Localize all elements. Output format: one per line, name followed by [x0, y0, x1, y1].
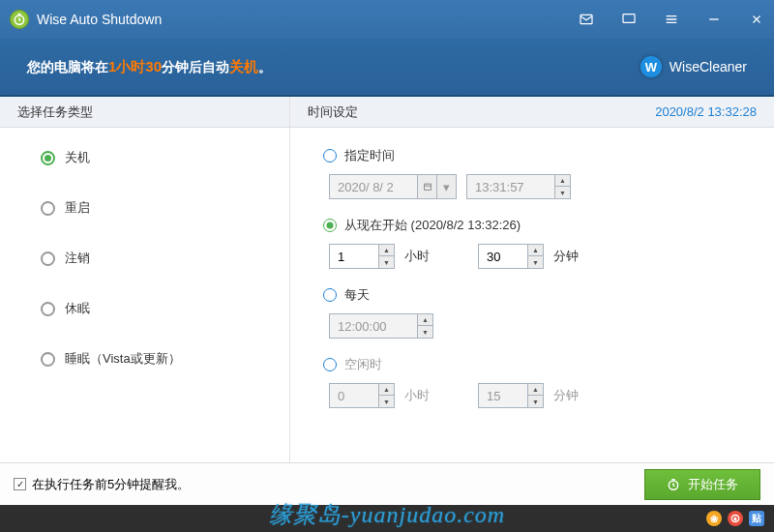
date-picker[interactable]: 2020/ 8/ 2 ▾	[329, 174, 457, 199]
option-specified-time: 指定时间 2020/ 8/ 2 ▾ 13:31:57 ▲▼	[323, 147, 774, 199]
spin-down-icon[interactable]: ▼	[528, 256, 543, 268]
spinner: ▲▼	[378, 245, 394, 268]
mins-value: 30	[479, 250, 527, 264]
status-text: 您的电脑将在1小时30分钟后自动关机。	[27, 58, 272, 76]
time-settings-header: 时间设定 2020/8/2 13:32:28	[290, 97, 774, 128]
brand-link[interactable]: W WiseCleaner	[640, 56, 747, 77]
bottom-bar: ✓ 在执行任务前5分钟提醒我。 开始任务	[0, 462, 774, 505]
hours-spinner[interactable]: 1 ▲▼	[329, 244, 395, 269]
option-from-now: 从现在开始 (2020/8/2 13:32:26) 1 ▲▼ 小时 30 ▲▼ …	[323, 217, 774, 269]
radio-icon	[323, 149, 337, 163]
minimize-button[interactable]	[706, 12, 722, 27]
option-daily-radio-row[interactable]: 每天	[323, 286, 774, 304]
hours-value: 1	[330, 250, 378, 264]
idle-hours-unit: 小时	[404, 387, 430, 404]
status-mins-unit: 分钟后自动	[162, 59, 229, 74]
current-time: 2020/8/2 13:32:28	[655, 104, 757, 119]
footer: 缘聚岛-yuanjudao.com ❀ ⦿ 贴	[0, 505, 774, 532]
radio-icon	[323, 288, 337, 302]
time-spinner[interactable]: 13:31:57 ▲▼	[466, 174, 571, 199]
content-area: 选择任务类型 关机 重启 注销 休眠 睡眠（Vista或更新） 时间设定 202…	[0, 97, 774, 462]
spin-down-icon[interactable]: ▼	[379, 396, 394, 407]
share-weibo-icon[interactable]: ⦿	[728, 511, 743, 526]
time-settings-column: 时间设定 2020/8/2 13:32:28 指定时间 2020/ 8/ 2 ▾	[290, 97, 774, 462]
checkbox-icon: ✓	[14, 478, 26, 490]
time-value: 13:31:57	[467, 180, 554, 194]
titlebar-buttons	[579, 12, 764, 27]
task-list: 关机 重启 注销 休眠 睡眠（Vista或更新）	[0, 128, 289, 368]
spinner: ▲▼	[378, 384, 394, 407]
task-type-column: 选择任务类型 关机 重启 注销 休眠 睡眠（Vista或更新）	[0, 97, 290, 462]
spin-up-icon[interactable]: ▲	[555, 175, 570, 187]
mins-unit: 分钟	[553, 248, 579, 265]
calendar-icon[interactable]	[417, 175, 436, 198]
idle-mins-unit: 分钟	[553, 387, 579, 404]
dropdown-icon[interactable]: ▾	[436, 175, 456, 198]
task-type-header: 选择任务类型	[0, 97, 289, 128]
close-button[interactable]	[749, 12, 764, 27]
task-label: 休眠	[65, 300, 90, 317]
option-idle: 空闲时 0 ▲▼ 小时 15 ▲▼ 分钟	[323, 356, 774, 408]
spin-up-icon[interactable]: ▲	[528, 384, 543, 396]
spin-up-icon[interactable]: ▲	[528, 245, 543, 256]
spin-up-icon[interactable]: ▲	[379, 245, 394, 256]
option-label: 指定时间	[344, 147, 395, 164]
idle-hours-spinner[interactable]: 0 ▲▼	[329, 383, 395, 408]
status-prefix: 您的电脑将在	[27, 59, 108, 74]
start-task-button[interactable]: 开始任务	[644, 469, 760, 500]
remind-checkbox[interactable]: ✓ 在执行任务前5分钟提醒我。	[14, 476, 190, 493]
idle-hours-value: 0	[330, 389, 378, 403]
task-shutdown[interactable]: 关机	[41, 149, 289, 166]
status-action: 关机	[229, 58, 258, 74]
option-idle-radio-row[interactable]: 空闲时	[323, 356, 774, 373]
task-logoff[interactable]: 注销	[41, 250, 289, 267]
option-label: 每天	[344, 286, 370, 304]
time-options: 指定时间 2020/ 8/ 2 ▾ 13:31:57 ▲▼	[290, 128, 774, 408]
date-value: 2020/ 8/ 2	[330, 180, 417, 194]
task-restart[interactable]: 重启	[41, 199, 289, 217]
svg-rect-3	[424, 184, 431, 190]
mail-icon[interactable]	[579, 12, 594, 27]
menu-icon[interactable]	[664, 12, 679, 27]
mins-spinner[interactable]: 30 ▲▼	[478, 244, 544, 269]
time-header-label: 时间设定	[308, 103, 358, 121]
option-specified-radio-row[interactable]: 指定时间	[323, 147, 774, 164]
titlebar: Wise Auto Shutdown	[0, 0, 774, 39]
spinner: ▲▼	[527, 384, 543, 407]
option-fromnow-radio-row[interactable]: 从现在开始 (2020/8/2 13:32:26)	[323, 217, 774, 234]
task-sleep[interactable]: 睡眠（Vista或更新）	[41, 350, 289, 368]
status-hours-unit: 小时	[116, 58, 145, 74]
option-label: 空闲时	[344, 356, 382, 373]
spin-down-icon[interactable]: ▼	[379, 256, 394, 268]
spin-down-icon[interactable]: ▼	[418, 326, 432, 338]
hours-unit: 小时	[404, 248, 430, 265]
spinner: ▲▼	[554, 175, 570, 198]
clock-icon	[667, 478, 680, 491]
share-tieba-icon[interactable]: 贴	[749, 511, 764, 526]
spin-up-icon[interactable]: ▲	[379, 384, 394, 396]
daily-time-value: 12:00:00	[330, 319, 417, 334]
start-label: 开始任务	[688, 476, 738, 493]
app-icon	[10, 10, 29, 29]
task-label: 注销	[65, 250, 90, 267]
status-banner: 您的电脑将在1小时30分钟后自动关机。 W WiseCleaner	[0, 39, 774, 97]
footer-icons: ❀ ⦿ 贴	[706, 511, 764, 526]
idle-mins-spinner[interactable]: 15 ▲▼	[478, 383, 544, 408]
radio-icon	[41, 151, 55, 165]
radio-icon	[41, 352, 55, 367]
status-mins-num: 30	[145, 58, 162, 74]
spinner: ▲▼	[527, 245, 543, 268]
daily-time-spinner[interactable]: 12:00:00 ▲▼	[329, 313, 433, 339]
feedback-icon[interactable]	[621, 12, 637, 27]
remind-label: 在执行任务前5分钟提醒我。	[32, 476, 190, 493]
spin-down-icon[interactable]: ▼	[555, 187, 570, 198]
radio-icon	[323, 358, 337, 371]
spin-up-icon[interactable]: ▲	[418, 314, 432, 326]
option-label: 从现在开始 (2020/8/2 13:32:26)	[344, 217, 521, 234]
brand-badge-icon: W	[640, 56, 662, 77]
spin-down-icon[interactable]: ▼	[528, 396, 543, 407]
share-qzone-icon[interactable]: ❀	[706, 511, 722, 526]
task-hibernate[interactable]: 休眠	[41, 300, 289, 317]
idle-mins-value: 15	[479, 389, 527, 403]
svg-rect-2	[623, 15, 635, 23]
